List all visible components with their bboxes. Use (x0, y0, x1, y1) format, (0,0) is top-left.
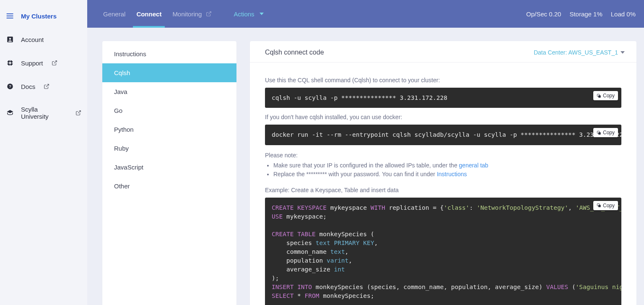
copy-label: Copy (603, 203, 615, 209)
svg-point-4 (7, 16, 8, 16)
external-link-icon (75, 110, 81, 116)
copy-button[interactable]: Copy (593, 91, 618, 100)
code-example: CREATE KEYSPACE mykeyspace WITH replicat… (265, 198, 621, 305)
svg-point-7 (9, 38, 11, 40)
code-docker: docker run -it --rm --entrypoint cqlsh s… (265, 125, 621, 145)
svg-line-17 (46, 84, 49, 87)
sidebar-item-account[interactable]: Account (0, 28, 87, 51)
support-icon (6, 59, 14, 67)
menu-item-ruby[interactable]: Ruby (102, 139, 236, 158)
header-metrics: Op/Sec 0.20 Storage 1% Load 0% (526, 0, 636, 28)
external-link-icon (52, 60, 57, 66)
sidebar-item-label: Support (21, 60, 43, 67)
metric-opsec: Op/Sec 0.20 (526, 10, 561, 18)
datacenter-label: Data Center: AWS_US_EAST_1 (534, 49, 618, 56)
menu-icon (6, 12, 14, 20)
note-item: Make sure that your IP is configured in … (273, 161, 621, 170)
connect-menu: Instructions Cqlsh Java Go Python Ruby J… (102, 41, 236, 305)
docs-icon: ? (6, 82, 14, 91)
tab-label: Actions (234, 10, 254, 18)
metric-storage: Storage 1% (569, 10, 602, 18)
tab-label: Monitoring (172, 10, 202, 18)
sidebar-item-label: My Clusters (21, 13, 57, 20)
menu-item-go[interactable]: Go (102, 101, 236, 120)
note-text: Make sure that your IP is configured in … (273, 162, 459, 169)
menu-item-cqlsh[interactable]: Cqlsh (102, 63, 236, 82)
sidebar-item-docs[interactable]: ? Docs (0, 75, 87, 98)
main: General Connect Monitoring Actions Op/Se… (87, 0, 644, 305)
university-icon (6, 109, 14, 117)
svg-rect-10 (10, 60, 10, 61)
svg-rect-11 (10, 65, 10, 66)
sidebar: My Clusters Account Support ? Docs (0, 0, 87, 305)
header: General Connect Monitoring Actions Op/Se… (87, 0, 644, 28)
copy-label: Copy (603, 93, 615, 99)
detail-card: Cqlsh connect code Data Center: AWS_US_E… (250, 41, 636, 305)
sidebar-item-scylla-university[interactable]: Scylla University (0, 98, 87, 128)
actions-dropdown[interactable]: Actions (233, 0, 264, 28)
menu-item-instructions[interactable]: Instructions (102, 44, 236, 63)
sidebar-item-label: Docs (21, 83, 35, 90)
copy-label: Copy (603, 130, 615, 136)
account-icon (6, 35, 14, 44)
hint-docker: If you don't have cqlsh installed, you c… (265, 114, 621, 120)
external-link-icon (206, 11, 212, 17)
tab-connect[interactable]: Connect (135, 0, 162, 28)
svg-line-18 (78, 111, 80, 113)
sidebar-item-my-clusters[interactable]: My Clusters (0, 4, 87, 28)
menu-item-javascript[interactable]: JavaScript (102, 158, 236, 177)
link-general-tab[interactable]: general tab (459, 162, 488, 169)
header-tabs: General Connect Monitoring Actions (102, 0, 265, 28)
sidebar-item-label: Scylla University (21, 106, 67, 120)
svg-text:?: ? (9, 84, 11, 89)
code-cqlsh: cqlsh -u scylla -p *************** 3.231… (265, 88, 621, 108)
detail-body: Use this the CQL shell command (Cqlsh) t… (250, 63, 636, 305)
tab-general[interactable]: General (102, 0, 126, 28)
chevron-down-icon (260, 13, 264, 15)
note-list: Make sure that your IP is configured in … (265, 161, 621, 179)
tab-label: Connect (136, 10, 161, 18)
tab-monitoring[interactable]: Monitoring (171, 0, 213, 28)
copy-button[interactable]: Copy (593, 128, 618, 137)
content: Instructions Cqlsh Java Go Python Ruby J… (87, 28, 644, 305)
tab-label: General (103, 10, 125, 18)
svg-rect-12 (7, 63, 8, 63)
detail-header: Cqlsh connect code Data Center: AWS_US_E… (250, 41, 636, 63)
note-heading: Please note: (265, 152, 621, 159)
svg-point-3 (7, 13, 8, 14)
svg-point-9 (9, 62, 11, 64)
copy-button[interactable]: Copy (593, 201, 618, 210)
external-link-icon (44, 83, 49, 89)
menu-item-java[interactable]: Java (102, 82, 236, 101)
note-text: Replace the ********* with your password… (273, 171, 437, 177)
datacenter-select[interactable]: Data Center: AWS_US_EAST_1 (534, 49, 625, 56)
svg-point-5 (7, 18, 8, 18)
example-label: Example: Create a Keyspace, Table and in… (265, 187, 621, 193)
svg-line-19 (208, 12, 211, 14)
svg-line-14 (54, 61, 56, 63)
svg-rect-13 (12, 63, 13, 63)
detail-title: Cqlsh connect code (265, 49, 324, 56)
chevron-down-icon (621, 51, 625, 54)
code-text: docker run -it --rm --entrypoint cqlsh s… (272, 131, 621, 138)
code-text: cqlsh -u scylla -p *************** 3.231… (272, 94, 447, 101)
menu-item-other[interactable]: Other (102, 177, 236, 196)
menu-item-python[interactable]: Python (102, 120, 236, 139)
hint-cqlsh: Use this the CQL shell command (Cqlsh) t… (265, 77, 621, 83)
link-instructions[interactable]: Instructions (437, 171, 467, 177)
note-item: Replace the ********* with your password… (273, 170, 621, 179)
sidebar-item-support[interactable]: Support (0, 51, 87, 75)
metric-load: Load 0% (611, 10, 636, 18)
sidebar-item-label: Account (21, 36, 44, 43)
